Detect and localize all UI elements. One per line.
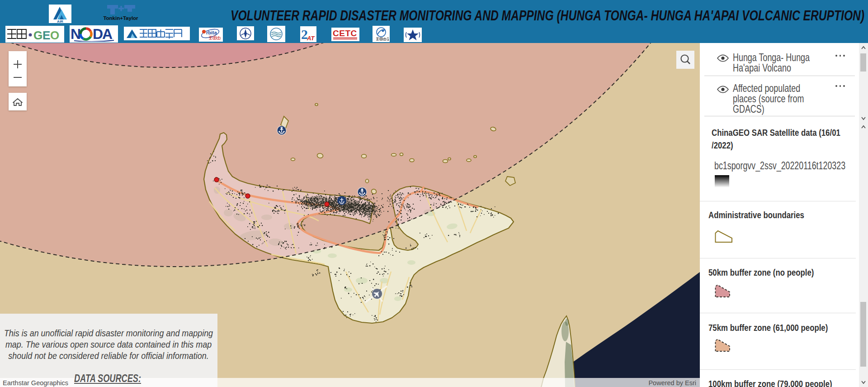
svg-text:AT: AT: [307, 35, 315, 41]
svg-text:O: O: [50, 29, 59, 42]
svg-text:DA: DA: [93, 26, 113, 42]
svg-text:E: E: [42, 29, 50, 42]
svg-text:rbita: rbita: [206, 30, 217, 35]
svg-text:G: G: [33, 29, 42, 42]
svg-text:AIR: AIR: [57, 19, 63, 23]
svg-text:CETC: CETC: [333, 29, 357, 38]
svg-text:N: N: [71, 26, 80, 42]
